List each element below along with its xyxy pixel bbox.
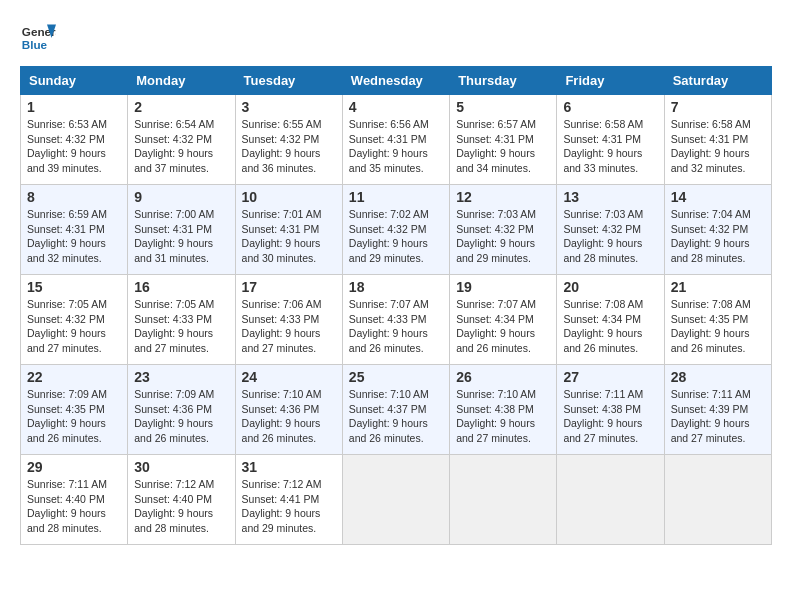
sunrise-label: Sunrise: 6:57 AM bbox=[456, 118, 536, 130]
svg-text:Blue: Blue bbox=[22, 38, 48, 51]
day-number: 17 bbox=[242, 279, 336, 295]
header: General Blue bbox=[20, 20, 772, 56]
sunrise-label: Sunrise: 7:06 AM bbox=[242, 298, 322, 310]
day-number: 18 bbox=[349, 279, 443, 295]
daylight-label: Daylight: 9 hours and 27 minutes. bbox=[242, 327, 321, 354]
day-number: 27 bbox=[563, 369, 657, 385]
sunrise-label: Sunrise: 7:04 AM bbox=[671, 208, 751, 220]
daylight-label: Daylight: 9 hours and 29 minutes. bbox=[242, 507, 321, 534]
sunrise-label: Sunrise: 7:10 AM bbox=[456, 388, 536, 400]
day-number: 12 bbox=[456, 189, 550, 205]
header-tuesday: Tuesday bbox=[235, 67, 342, 95]
day-info: Sunrise: 7:03 AM Sunset: 4:32 PM Dayligh… bbox=[563, 207, 657, 266]
day-info: Sunrise: 6:54 AM Sunset: 4:32 PM Dayligh… bbox=[134, 117, 228, 176]
day-number: 13 bbox=[563, 189, 657, 205]
sunrise-label: Sunrise: 7:11 AM bbox=[27, 478, 107, 490]
day-info: Sunrise: 6:53 AM Sunset: 4:32 PM Dayligh… bbox=[27, 117, 121, 176]
day-number: 28 bbox=[671, 369, 765, 385]
day-number: 29 bbox=[27, 459, 121, 475]
day-info: Sunrise: 6:56 AM Sunset: 4:31 PM Dayligh… bbox=[349, 117, 443, 176]
day-info: Sunrise: 7:02 AM Sunset: 4:32 PM Dayligh… bbox=[349, 207, 443, 266]
day-info: Sunrise: 7:08 AM Sunset: 4:34 PM Dayligh… bbox=[563, 297, 657, 356]
day-cell-2: 2 Sunrise: 6:54 AM Sunset: 4:32 PM Dayli… bbox=[128, 95, 235, 185]
daylight-label: Daylight: 9 hours and 26 minutes. bbox=[242, 417, 321, 444]
day-cell-27: 27 Sunrise: 7:11 AM Sunset: 4:38 PM Dayl… bbox=[557, 365, 664, 455]
sunrise-label: Sunrise: 7:09 AM bbox=[27, 388, 107, 400]
sunrise-label: Sunrise: 7:07 AM bbox=[456, 298, 536, 310]
sunrise-label: Sunrise: 7:03 AM bbox=[456, 208, 536, 220]
day-info: Sunrise: 7:07 AM Sunset: 4:34 PM Dayligh… bbox=[456, 297, 550, 356]
day-info: Sunrise: 7:11 AM Sunset: 4:38 PM Dayligh… bbox=[563, 387, 657, 446]
week-row-1: 1 Sunrise: 6:53 AM Sunset: 4:32 PM Dayli… bbox=[21, 95, 772, 185]
day-info: Sunrise: 7:12 AM Sunset: 4:41 PM Dayligh… bbox=[242, 477, 336, 536]
sunrise-label: Sunrise: 7:10 AM bbox=[242, 388, 322, 400]
sunset-label: Sunset: 4:31 PM bbox=[27, 223, 105, 235]
day-info: Sunrise: 7:10 AM Sunset: 4:36 PM Dayligh… bbox=[242, 387, 336, 446]
day-cell-17: 17 Sunrise: 7:06 AM Sunset: 4:33 PM Dayl… bbox=[235, 275, 342, 365]
day-info: Sunrise: 7:08 AM Sunset: 4:35 PM Dayligh… bbox=[671, 297, 765, 356]
day-info: Sunrise: 7:05 AM Sunset: 4:33 PM Dayligh… bbox=[134, 297, 228, 356]
sunrise-label: Sunrise: 7:12 AM bbox=[134, 478, 214, 490]
sunset-label: Sunset: 4:31 PM bbox=[134, 223, 212, 235]
day-number: 15 bbox=[27, 279, 121, 295]
day-number: 22 bbox=[27, 369, 121, 385]
sunrise-label: Sunrise: 7:09 AM bbox=[134, 388, 214, 400]
day-number: 25 bbox=[349, 369, 443, 385]
daylight-label: Daylight: 9 hours and 29 minutes. bbox=[456, 237, 535, 264]
day-info: Sunrise: 7:01 AM Sunset: 4:31 PM Dayligh… bbox=[242, 207, 336, 266]
sunrise-label: Sunrise: 7:05 AM bbox=[134, 298, 214, 310]
sunset-label: Sunset: 4:40 PM bbox=[27, 493, 105, 505]
sunset-label: Sunset: 4:38 PM bbox=[456, 403, 534, 415]
day-cell-16: 16 Sunrise: 7:05 AM Sunset: 4:33 PM Dayl… bbox=[128, 275, 235, 365]
daylight-label: Daylight: 9 hours and 28 minutes. bbox=[563, 237, 642, 264]
day-number: 4 bbox=[349, 99, 443, 115]
day-cell-7: 7 Sunrise: 6:58 AM Sunset: 4:31 PM Dayli… bbox=[664, 95, 771, 185]
week-row-5: 29 Sunrise: 7:11 AM Sunset: 4:40 PM Dayl… bbox=[21, 455, 772, 545]
day-cell-26: 26 Sunrise: 7:10 AM Sunset: 4:38 PM Dayl… bbox=[450, 365, 557, 455]
sunset-label: Sunset: 4:32 PM bbox=[242, 133, 320, 145]
sunset-label: Sunset: 4:32 PM bbox=[671, 223, 749, 235]
logo-icon: General Blue bbox=[20, 20, 56, 56]
day-cell-22: 22 Sunrise: 7:09 AM Sunset: 4:35 PM Dayl… bbox=[21, 365, 128, 455]
day-number: 2 bbox=[134, 99, 228, 115]
sunset-label: Sunset: 4:34 PM bbox=[456, 313, 534, 325]
daylight-label: Daylight: 9 hours and 32 minutes. bbox=[671, 147, 750, 174]
day-cell-5: 5 Sunrise: 6:57 AM Sunset: 4:31 PM Dayli… bbox=[450, 95, 557, 185]
daylight-label: Daylight: 9 hours and 26 minutes. bbox=[349, 417, 428, 444]
day-number: 19 bbox=[456, 279, 550, 295]
sunrise-label: Sunrise: 7:05 AM bbox=[27, 298, 107, 310]
daylight-label: Daylight: 9 hours and 28 minutes. bbox=[671, 237, 750, 264]
day-info: Sunrise: 7:06 AM Sunset: 4:33 PM Dayligh… bbox=[242, 297, 336, 356]
sunset-label: Sunset: 4:41 PM bbox=[242, 493, 320, 505]
header-monday: Monday bbox=[128, 67, 235, 95]
sunset-label: Sunset: 4:31 PM bbox=[349, 133, 427, 145]
empty-cell bbox=[342, 455, 449, 545]
sunrise-label: Sunrise: 6:53 AM bbox=[27, 118, 107, 130]
sunrise-label: Sunrise: 6:58 AM bbox=[563, 118, 643, 130]
daylight-label: Daylight: 9 hours and 26 minutes. bbox=[671, 327, 750, 354]
day-cell-6: 6 Sunrise: 6:58 AM Sunset: 4:31 PM Dayli… bbox=[557, 95, 664, 185]
daylight-label: Daylight: 9 hours and 27 minutes. bbox=[27, 327, 106, 354]
sunset-label: Sunset: 4:39 PM bbox=[671, 403, 749, 415]
sunrise-label: Sunrise: 6:55 AM bbox=[242, 118, 322, 130]
sunrise-label: Sunrise: 6:54 AM bbox=[134, 118, 214, 130]
day-number: 9 bbox=[134, 189, 228, 205]
day-info: Sunrise: 6:58 AM Sunset: 4:31 PM Dayligh… bbox=[563, 117, 657, 176]
daylight-label: Daylight: 9 hours and 26 minutes. bbox=[456, 327, 535, 354]
day-number: 26 bbox=[456, 369, 550, 385]
sunrise-label: Sunrise: 6:59 AM bbox=[27, 208, 107, 220]
sunset-label: Sunset: 4:31 PM bbox=[563, 133, 641, 145]
day-cell-23: 23 Sunrise: 7:09 AM Sunset: 4:36 PM Dayl… bbox=[128, 365, 235, 455]
day-cell-24: 24 Sunrise: 7:10 AM Sunset: 4:36 PM Dayl… bbox=[235, 365, 342, 455]
day-cell-12: 12 Sunrise: 7:03 AM Sunset: 4:32 PM Dayl… bbox=[450, 185, 557, 275]
calendar-header-row: SundayMondayTuesdayWednesdayThursdayFrid… bbox=[21, 67, 772, 95]
day-info: Sunrise: 6:58 AM Sunset: 4:31 PM Dayligh… bbox=[671, 117, 765, 176]
day-cell-25: 25 Sunrise: 7:10 AM Sunset: 4:37 PM Dayl… bbox=[342, 365, 449, 455]
sunset-label: Sunset: 4:32 PM bbox=[27, 313, 105, 325]
day-info: Sunrise: 7:04 AM Sunset: 4:32 PM Dayligh… bbox=[671, 207, 765, 266]
daylight-label: Daylight: 9 hours and 26 minutes. bbox=[134, 417, 213, 444]
day-number: 31 bbox=[242, 459, 336, 475]
daylight-label: Daylight: 9 hours and 26 minutes. bbox=[349, 327, 428, 354]
header-sunday: Sunday bbox=[21, 67, 128, 95]
sunset-label: Sunset: 4:33 PM bbox=[134, 313, 212, 325]
